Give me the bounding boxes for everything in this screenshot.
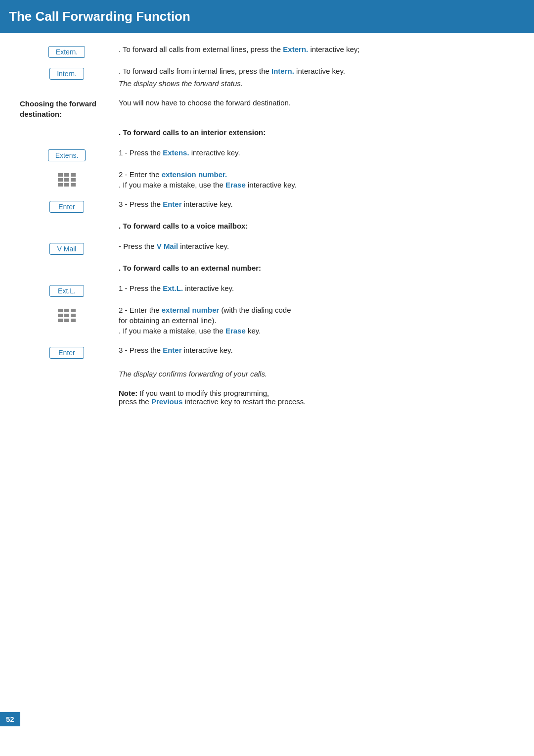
interior-title-left — [20, 128, 114, 129]
extl-step1: 1 - Press the Ext.L. interactive key. — [114, 284, 504, 294]
enter-external-step3: 3 - Press the Enter interactive key. — [114, 346, 504, 356]
vmail-step-text: - Press the V Mail interactive key. — [119, 242, 504, 250]
enter-external-left: Enter — [20, 346, 114, 359]
extern-key-button[interactable]: Extern. — [48, 46, 85, 58]
step3-external-text: 3 - Press the Enter interactive key. — [119, 346, 504, 354]
voicemail-title-row: . To forward calls to a voice mailbox: — [20, 222, 504, 233]
choosing-left: Choosing the forward destination: — [20, 98, 114, 119]
keypad-icon — [58, 173, 76, 187]
page-title: The Call Forwarding Function — [9, 9, 522, 24]
step2-external-text: 2 - Enter the external number (with the … — [119, 306, 504, 314]
voicemail-title-text: . To forward calls to a voice mailbox: — [119, 222, 504, 230]
keypad-interior-step2: 2 - Enter the extension number. . If you… — [114, 170, 504, 191]
keypad-external-step2: 2 - Enter the external number (with the … — [114, 306, 504, 337]
note-text: Note: If you want to modify this program… — [119, 389, 504, 406]
external-title-left — [20, 264, 114, 265]
note-row: Note: If you want to modify this program… — [20, 389, 504, 408]
vmail-row: V Mail - Press the V Mail interactive ke… — [20, 242, 504, 255]
enter-interior-step3: 3 - Press the Enter interactive key. — [114, 200, 504, 210]
enter-external-button[interactable]: Enter — [49, 347, 84, 359]
intern-row: Intern. . To forward calls from internal… — [20, 67, 504, 90]
confirm-row: The display confirms forwarding of your … — [20, 368, 504, 380]
voicemail-title-right: . To forward calls to a voice mailbox: — [114, 222, 504, 233]
enter-interior-row: Enter 3 - Press the Enter interactive ke… — [20, 200, 504, 213]
intern-key-button[interactable]: Intern. — [49, 68, 84, 80]
note-right: Note: If you want to modify this program… — [114, 389, 504, 408]
extern-desc: . To forward all calls from external lin… — [114, 45, 504, 53]
step2-external-erase: . If you make a mistake, use the Erase k… — [119, 327, 504, 335]
confirm-display-text: The display confirms forwarding of your … — [119, 370, 504, 378]
extl-key-button[interactable]: Ext.L. — [49, 285, 84, 297]
extens-key-button[interactable]: Extens. — [48, 149, 86, 161]
extl-row: Ext.L. 1 - Press the Ext.L. interactive … — [20, 284, 504, 297]
enter-external-row: Enter 3 - Press the Enter interactive ke… — [20, 346, 504, 359]
choosing-row: Choosing the forward destination: You wi… — [20, 98, 504, 119]
extens-step1-text: 1 - Press the Extens. interactive key. — [119, 148, 504, 157]
keypad-interior-left — [20, 170, 114, 189]
vmail-step: - Press the V Mail interactive key. — [114, 242, 504, 252]
voicemail-title-left — [20, 222, 114, 223]
confirm-left — [20, 368, 114, 369]
interior-title-text: . To forward calls to an interior extens… — [119, 128, 504, 137]
interior-title-row: . To forward calls to an interior extens… — [20, 128, 504, 140]
keypad-interior-row: 2 - Enter the extension number. . If you… — [20, 170, 504, 191]
extl-step1-text: 1 - Press the Ext.L. interactive key. — [119, 284, 504, 292]
extern-row: Extern. . To forward all calls from exte… — [20, 45, 504, 58]
external-title-text: . To forward calls to an external number… — [119, 264, 504, 272]
vmail-left: V Mail — [20, 242, 114, 255]
enter-interior-button[interactable]: Enter — [49, 201, 84, 213]
step2-interior-text: 2 - Enter the extension number. — [119, 170, 504, 179]
step2-interior-erase: . If you make a mistake, use the Erase i… — [119, 181, 504, 189]
intern-left: Intern. — [20, 67, 114, 80]
step2-external-line2: for obtaining an external line). — [119, 316, 504, 325]
keypad-external-row: 2 - Enter the external number (with the … — [20, 306, 504, 337]
extern-left: Extern. — [20, 45, 114, 58]
choosing-label: Choosing the forward destination: — [20, 98, 114, 119]
intern-desc: . To forward calls from internal lines, … — [114, 67, 504, 90]
extens-left: Extens. — [20, 148, 114, 161]
display-status-text: The display shows the forward status. — [119, 79, 504, 88]
extens-row: Extens. 1 - Press the Extens. interactiv… — [20, 148, 504, 161]
external-title-row: . To forward calls to an external number… — [20, 264, 504, 275]
note-left — [20, 389, 114, 390]
keypad-icon-external — [58, 309, 76, 322]
extern-desc-text: . To forward all calls from external lin… — [119, 45, 359, 53]
page-number: 52 — [0, 712, 20, 726]
step3-interior-text: 3 - Press the Enter interactive key. — [119, 200, 504, 208]
external-title-right: . To forward calls to an external number… — [114, 264, 504, 275]
choosing-desc-text: You will now have to choose the forward … — [119, 98, 504, 107]
page-header: The Call Forwarding Function — [0, 0, 534, 33]
interior-title-right: . To forward calls to an interior extens… — [114, 128, 504, 140]
confirm-right: The display confirms forwarding of your … — [114, 368, 504, 380]
extl-left: Ext.L. — [20, 284, 114, 297]
vmail-key-button[interactable]: V Mail — [49, 243, 84, 255]
keypad-external-left — [20, 306, 114, 324]
extens-step1: 1 - Press the Extens. interactive key. — [114, 148, 504, 159]
enter-interior-left: Enter — [20, 200, 114, 213]
choosing-desc: You will now have to choose the forward … — [114, 98, 504, 109]
intern-desc-text: . To forward calls from internal lines, … — [119, 67, 504, 75]
